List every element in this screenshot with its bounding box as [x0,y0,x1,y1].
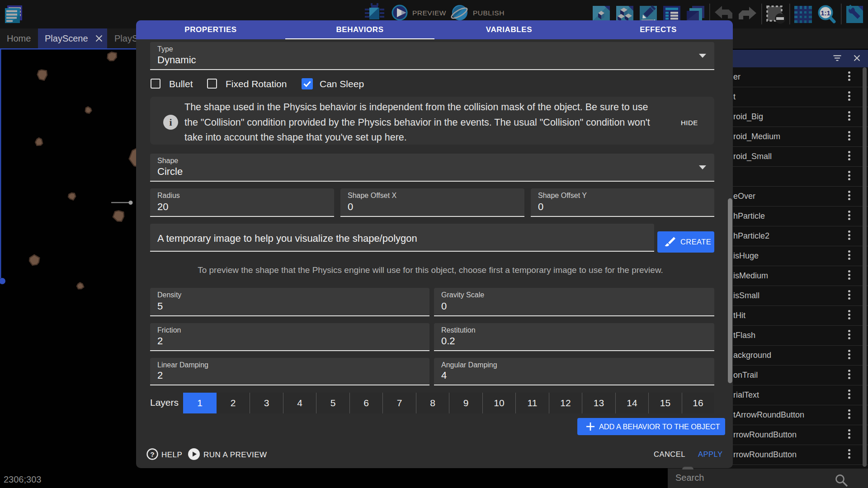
svg-text:1:1: 1:1 [821,9,830,17]
svg-text:PREVIEW: PREVIEW [412,9,446,17]
svg-text:PUBLISH: PUBLISH [473,9,505,17]
svg-text:?: ? [150,450,154,458]
